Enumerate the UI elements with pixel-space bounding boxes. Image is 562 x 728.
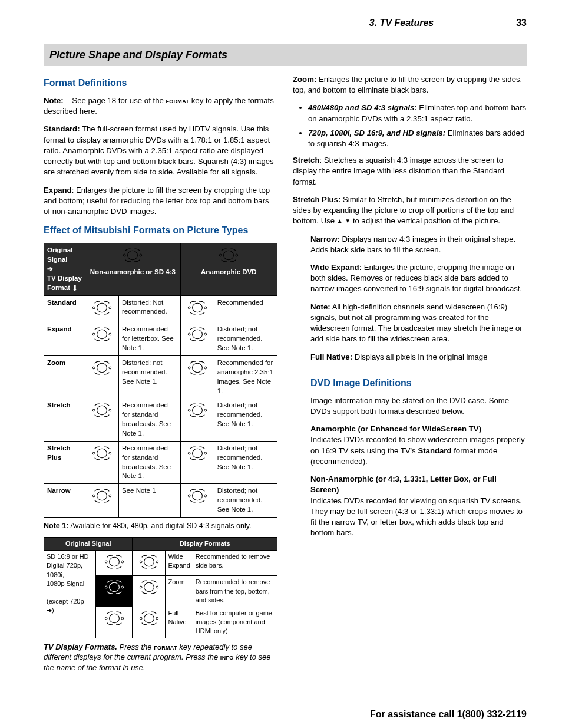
chapter-title: 3. TV Features <box>369 17 434 29</box>
section-banner: Picture Shape and Display Formats <box>44 44 527 66</box>
format-desc-b: Distorted; not recommended. See Note 1. <box>214 398 277 441</box>
face-icon <box>135 609 163 628</box>
def-stretch-plus: Stretch Plus: Similar to Stretch, but mi… <box>293 195 527 227</box>
face-icon <box>135 552 163 571</box>
format-desc-a: Recommended for standard broadcasts. See… <box>119 441 181 483</box>
note-1: Note 1: Available for 480i, 480p, and di… <box>44 521 277 531</box>
face-icon <box>101 578 128 597</box>
format-desc-a: Recommended for letterbox. See Note 1. <box>119 322 181 356</box>
t1-head-right: Anamorphic DVD <box>180 243 277 295</box>
def-narrow: Narrow: Displays narrow 4:3 images in th… <box>310 234 527 255</box>
face-icon <box>184 325 211 344</box>
face-icon <box>184 486 211 505</box>
right-column: Zoom: Enlarges the picture to fill the s… <box>293 74 527 680</box>
page-header: 3. TV Features 33 <box>44 17 527 32</box>
heading-dvd-definitions: DVD Image Definitions <box>310 377 527 390</box>
table-caption: TV Display Formats. Press the format key… <box>44 642 277 674</box>
table-row: SD 16:9 or HD Digital 720p, 1080i, 1080p… <box>44 551 277 576</box>
heading-format-definitions: Format Definitions <box>44 77 277 90</box>
face-icon <box>119 246 146 265</box>
format-desc-a: Distorted; Not recommended. <box>119 295 181 322</box>
page-number: 33 <box>516 17 527 29</box>
format-name: Stretch <box>44 398 85 441</box>
face-icon <box>101 552 128 571</box>
def-expand: Expand: Enlarges the picture to fill the… <box>44 185 277 218</box>
list-item: 720p, 1080i, SD 16:9, and HD signals: El… <box>308 128 527 149</box>
zoom-bullets: 480i/480p and SD 4:3 signals: Eliminates… <box>293 103 527 149</box>
face-icon <box>88 486 115 505</box>
triangle-up-icon: ▲ <box>337 217 343 225</box>
format-name: Stretch Plus <box>44 441 85 483</box>
triangle-down-icon: ▼ <box>345 217 351 225</box>
format-name: Narrow <box>44 484 85 518</box>
dvd-intro: Image information may be stated on the D… <box>310 396 527 417</box>
format-desc-b: Recommended for anamorphic 2.35:1 images… <box>214 355 277 398</box>
format-key: format <box>166 96 189 105</box>
non-anamorphic-block: Non-Anamorphic (or 4:3, 1.33:1, Letter B… <box>310 474 527 538</box>
format-name: Standard <box>44 295 85 322</box>
arrow-right-icon: ➔ <box>47 607 52 614</box>
anamorphic-block: Anamorphic (or Enhanced for WideScreen T… <box>310 424 527 467</box>
def-wide-expand: Wide Expand: Enlarges the picture, cropp… <box>310 262 527 295</box>
format-desc-a: See Note 1 <box>119 484 181 518</box>
face-icon <box>184 444 211 463</box>
face-icon <box>184 298 211 317</box>
face-icon <box>88 444 115 463</box>
arrow-down-icon: ⬇ <box>72 284 78 294</box>
info-key: info <box>220 653 234 661</box>
face-icon <box>88 358 115 377</box>
def-full-native: Full Native: Displays all pixels in the … <box>310 352 527 363</box>
arrow-right-icon: ➔ <box>47 265 53 274</box>
table-row: StretchRecommended for standard broadcas… <box>44 398 277 441</box>
t2-head-left: Original Signal <box>44 538 133 551</box>
def-standard: Standard: The full-screen format used by… <box>44 124 277 177</box>
face-icon <box>101 609 128 628</box>
face-icon <box>215 246 242 265</box>
format-name: Expand <box>44 322 85 356</box>
hd-note: Note: All high-definition channels send … <box>310 302 527 345</box>
display-formats-table: Original Signal Display Formats SD 16:9 … <box>44 537 277 638</box>
table-row: NarrowSee Note 1Distorted; not recommend… <box>44 484 277 518</box>
t2-head-right: Display Formats <box>133 538 277 551</box>
t1-head-mid: Non-anamorphic or SD 4:3 <box>85 243 181 295</box>
def-stretch: Stretch: Stretches a squarish 4:3 image … <box>293 155 527 187</box>
face-icon <box>135 578 163 597</box>
table-row: Stretch PlusRecommended for standard bro… <box>44 441 277 483</box>
heading-effect: Effect of Mitsubishi Formats on Picture … <box>44 224 277 237</box>
format-desc-a: Distorted; not recommended. See Note 1. <box>119 355 181 398</box>
face-icon <box>184 401 211 420</box>
formats-table: Original Signal ➔ TV Display Format ⬇ No… <box>44 243 277 518</box>
format-name: Zoom <box>44 355 85 398</box>
face-icon <box>88 325 115 344</box>
footer-assistance: For assistance call 1(800) 332-2119 <box>44 704 527 721</box>
table-row: StandardDistorted; Not recommended.Recom… <box>44 295 277 322</box>
format-desc-b: Distorted; not recommended. See Note 1. <box>214 484 277 518</box>
format-desc-b: Distorted; not recommended. See Note 1. <box>214 441 277 483</box>
format-key: format <box>154 643 177 651</box>
def-zoom: Zoom: Enlarges the picture to fill the s… <box>293 74 527 95</box>
face-icon <box>88 401 115 420</box>
table-row: ZoomDistorted; not recommended. See Note… <box>44 355 277 398</box>
format-desc-b: Distorted; not recommended. See Note 1. <box>214 322 277 356</box>
left-column: Format Definitions Note: See page 18 for… <box>44 74 277 680</box>
list-item: 480i/480p and SD 4:3 signals: Eliminates… <box>308 103 527 124</box>
format-note: Note: See page 18 for use of the format … <box>44 95 277 117</box>
format-desc-b: Recommended <box>214 295 277 322</box>
face-icon <box>88 298 115 317</box>
note-label: Note: <box>44 96 64 105</box>
t1-head-left: Original Signal ➔ TV Display Format ⬇ <box>44 243 85 295</box>
table-row: ExpandRecommended for letterbox. See Not… <box>44 322 277 356</box>
face-icon <box>184 358 211 377</box>
format-desc-a: Recommended for standard broadcasts. See… <box>119 398 181 441</box>
